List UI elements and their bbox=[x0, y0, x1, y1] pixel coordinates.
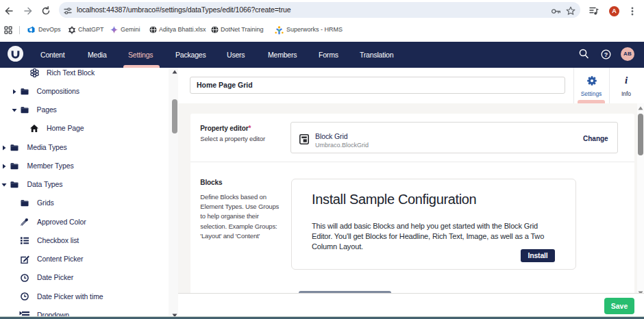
svg-text:?: ? bbox=[604, 51, 608, 58]
